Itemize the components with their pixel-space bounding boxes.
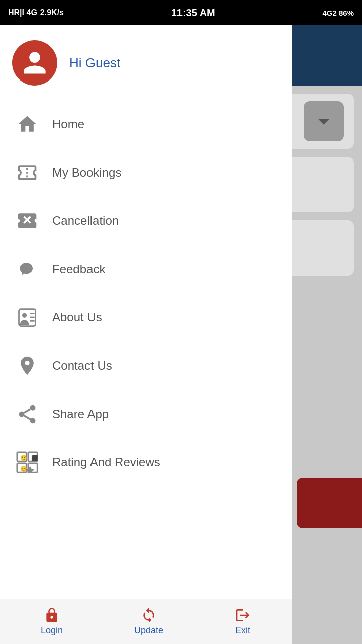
- about-icon: [14, 304, 40, 331]
- menu-list: Home My Bookings Cancellation Feedback: [0, 96, 292, 599]
- bg-red-button: [297, 478, 362, 528]
- update-label: Update: [134, 625, 163, 636]
- status-time: 11:35 AM: [171, 7, 215, 19]
- bottom-bar: Login Update Exit: [0, 599, 292, 644]
- exit-button[interactable]: Exit: [227, 603, 259, 640]
- rating-reviews-label: Rating And Reviews: [52, 455, 160, 469]
- svg-point-2: [21, 267, 24, 270]
- home-label: Home: [52, 117, 84, 131]
- rating-icon: 😟 ⬛ 😊: [14, 449, 40, 475]
- drawer-header: Hi Guest: [0, 25, 292, 96]
- svg-text:😊: 😊: [20, 465, 27, 472]
- menu-item-rating-reviews[interactable]: 😟 ⬛ 😊 Rating And Reviews: [0, 438, 292, 487]
- feedback-label: Feedback: [52, 262, 105, 276]
- menu-item-share-app[interactable]: Share App: [0, 390, 292, 438]
- greeting-text: Hi Guest: [69, 55, 120, 71]
- menu-item-feedback[interactable]: Feedback: [0, 245, 292, 293]
- lock-icon: [44, 607, 60, 623]
- signal-text: HR|l 4G: [8, 8, 37, 17]
- menu-item-about-us[interactable]: About Us: [0, 293, 292, 342]
- share-icon: [14, 401, 40, 427]
- bg-button-1: [304, 101, 344, 141]
- ticket-icon: [14, 159, 40, 186]
- svg-point-8: [30, 405, 36, 411]
- exit-icon: [235, 607, 251, 623]
- menu-item-my-bookings[interactable]: My Bookings: [0, 148, 292, 197]
- avatar: [12, 40, 57, 86]
- status-left: HR|l 4G 2.9K/s: [8, 8, 64, 17]
- about-us-label: About Us: [52, 310, 102, 325]
- contact-us-label: Contact Us: [52, 359, 112, 373]
- status-bar: HR|l 4G 2.9K/s 11:35 AM 4G2 86%: [0, 0, 362, 25]
- svg-point-0: [29, 267, 32, 270]
- home-icon: [14, 111, 40, 137]
- menu-item-cancellation[interactable]: Cancellation: [0, 197, 292, 245]
- navigation-drawer: Hi Guest Home My Bookings Cancellation: [0, 25, 292, 644]
- cancel-ticket-icon: [14, 208, 40, 234]
- user-avatar-icon: [21, 49, 48, 76]
- svg-point-4: [22, 313, 27, 318]
- feedback-icon: [14, 256, 40, 282]
- my-bookings-label: My Bookings: [52, 166, 121, 180]
- login-button[interactable]: Login: [33, 603, 71, 640]
- update-icon: [141, 607, 157, 623]
- network-text: 2.9K/s: [40, 8, 64, 17]
- menu-item-contact-us[interactable]: Contact Us: [0, 342, 292, 390]
- update-button[interactable]: Update: [126, 603, 171, 640]
- svg-text:😟: 😟: [20, 454, 27, 461]
- battery-text: 4G2 86%: [322, 9, 354, 17]
- exit-label: Exit: [235, 625, 250, 636]
- svg-point-1: [25, 267, 28, 270]
- cancellation-label: Cancellation: [52, 214, 119, 228]
- login-label: Login: [41, 625, 63, 636]
- svg-point-10: [30, 418, 36, 423]
- contact-icon: [14, 353, 40, 379]
- menu-item-home[interactable]: Home: [0, 100, 292, 148]
- svg-text:⬛: ⬛: [31, 454, 38, 461]
- status-right: 4G2 86%: [322, 9, 354, 17]
- svg-point-9: [19, 412, 25, 417]
- share-app-label: Share App: [52, 407, 109, 421]
